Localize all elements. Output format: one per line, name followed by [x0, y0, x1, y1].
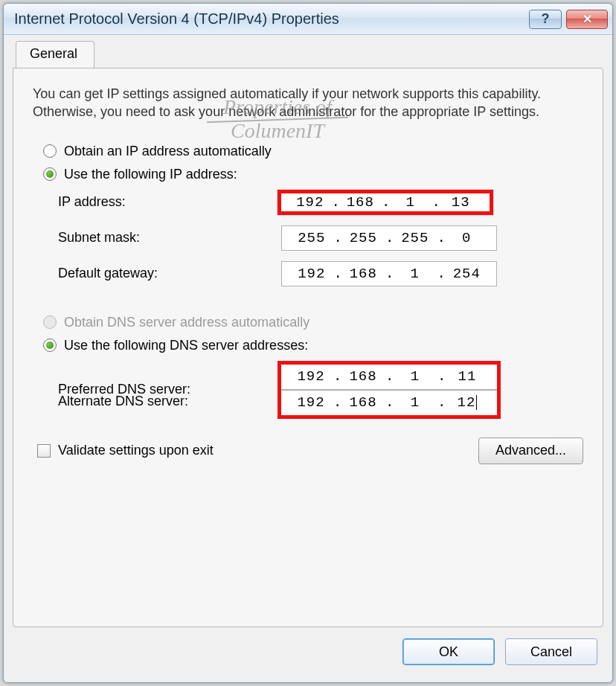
tab-panel-general: You can get IP settings assigned automat…: [13, 68, 603, 627]
radio-ip-manual[interactable]: [43, 167, 57, 181]
client-area: General You can get IP settings assigned…: [4, 35, 612, 682]
ip-oct2[interactable]: 168: [339, 194, 382, 211]
ip-oct4[interactable]: 13: [440, 194, 483, 211]
help-icon: ?: [542, 11, 550, 27]
subnet-mask-label: Subnet mask:: [58, 230, 281, 246]
ip-address-row: IP address: 192. 168. 1. 13: [58, 190, 583, 215]
mask-oct4[interactable]: 0: [445, 230, 490, 246]
close-icon: ✕: [583, 12, 592, 26]
description-text: You can get IP settings assigned automat…: [33, 85, 583, 121]
radio-ip-manual-row[interactable]: Use the following IP address:: [43, 167, 583, 182]
pref-oct2[interactable]: 168: [341, 368, 385, 385]
validate-label: Validate settings upon exit: [58, 443, 214, 458]
mask-oct1[interactable]: 255: [289, 230, 334, 246]
cancel-button[interactable]: Cancel: [505, 638, 597, 665]
tab-strip: General: [13, 39, 603, 68]
validate-checkbox[interactable]: [37, 444, 51, 458]
radio-dns-manual-row[interactable]: Use the following DNS server addresses:: [43, 338, 583, 353]
mask-oct3[interactable]: 255: [393, 230, 437, 246]
alternate-dns-label: Alternate DNS server:: [58, 394, 281, 409]
preferred-dns-row: Preferred DNS server: 192. 168. 1. 11 19…: [58, 361, 583, 419]
radio-dns-auto: [43, 315, 57, 329]
gw-oct1[interactable]: 192: [289, 266, 334, 282]
ip-oct3[interactable]: 1: [389, 194, 432, 211]
pref-oct1[interactable]: 192: [289, 368, 333, 385]
mask-oct2[interactable]: 255: [341, 230, 386, 246]
ip-oct1[interactable]: 192: [289, 194, 332, 211]
text-caret: [476, 395, 477, 410]
dns-group: Obtain DNS server address automatically …: [43, 312, 583, 420]
radio-dns-auto-row: Obtain DNS server address automatically: [43, 315, 583, 330]
radio-dns-manual[interactable]: [43, 339, 57, 352]
ip-group: Obtain an IP address automatically Use t…: [43, 141, 583, 297]
radio-ip-auto-row[interactable]: Obtain an IP address automatically: [43, 144, 583, 159]
subnet-mask-input[interactable]: 255. 255. 255. 0: [281, 225, 497, 251]
pref-oct4[interactable]: 11: [445, 368, 490, 385]
tab-general-label: General: [30, 46, 77, 61]
radio-ip-manual-label: Use the following IP address:: [64, 167, 237, 182]
help-button[interactable]: ?: [529, 10, 562, 29]
titlebar[interactable]: Internet Protocol Version 4 (TCP/IPv4) P…: [4, 4, 612, 35]
dns-input-group: 192. 168. 1. 11 192. 168. 1. 12: [277, 361, 501, 419]
subnet-mask-row: Subnet mask: 255. 255. 255. 0: [58, 225, 583, 251]
radio-dns-manual-label: Use the following DNS server addresses:: [64, 338, 308, 353]
default-gateway-input[interactable]: 192. 168. 1. 254: [281, 261, 497, 286]
radio-ip-auto-label: Obtain an IP address automatically: [64, 144, 272, 159]
radio-dns-auto-label: Obtain DNS server address automatically: [64, 315, 309, 330]
gw-oct3[interactable]: 1: [393, 266, 437, 282]
window-title: Internet Protocol Version 4 (TCP/IPv4) P…: [14, 10, 524, 28]
ip-address-input[interactable]: 192. 168. 1. 13: [277, 190, 493, 215]
tab-general[interactable]: General: [16, 41, 94, 68]
gw-oct2[interactable]: 168: [341, 266, 386, 282]
ip-address-label: IP address:: [58, 194, 281, 210]
alt-oct3[interactable]: 1: [393, 394, 437, 411]
pref-oct3[interactable]: 1: [393, 368, 437, 385]
default-gateway-row: Default gateway: 192. 168. 1. 254: [58, 261, 583, 286]
advanced-button[interactable]: Advanced...: [478, 437, 583, 464]
dialog-footer: OK Cancel: [13, 630, 603, 673]
default-gateway-label: Default gateway:: [58, 266, 281, 281]
alt-oct4[interactable]: 12: [445, 394, 490, 411]
dialog-window: Internet Protocol Version 4 (TCP/IPv4) P…: [3, 3, 613, 683]
close-button[interactable]: ✕: [566, 10, 608, 29]
preferred-dns-input[interactable]: 192. 168. 1. 11: [281, 365, 497, 390]
validate-row: Validate settings upon exit Advanced...: [37, 437, 583, 464]
ok-button[interactable]: OK: [402, 638, 495, 665]
alt-oct2[interactable]: 168: [341, 394, 385, 411]
watermark-line2: ColumenIT: [207, 121, 348, 141]
alt-oct1[interactable]: 192: [289, 394, 333, 411]
alternate-dns-input[interactable]: 192. 168. 1. 12: [281, 390, 497, 415]
gw-oct4[interactable]: 254: [445, 266, 490, 282]
radio-ip-auto[interactable]: [43, 144, 57, 158]
